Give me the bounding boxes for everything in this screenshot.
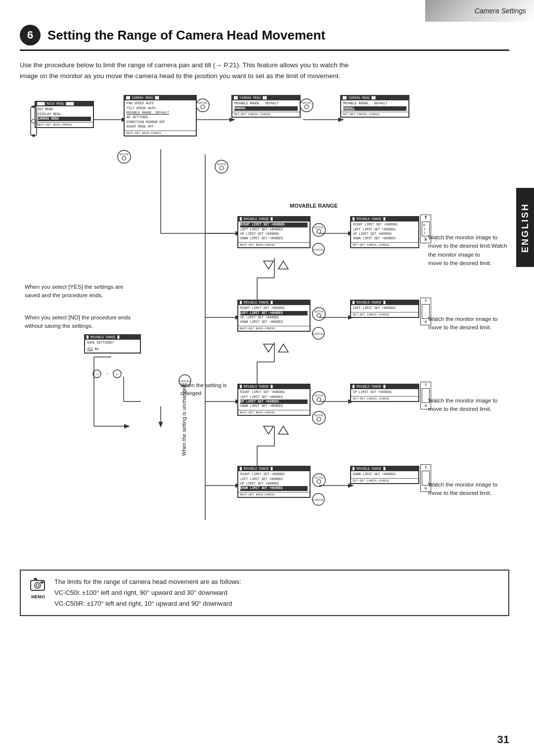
- svg-point-32: [32, 119, 36, 123]
- svg-point-49: [312, 308, 325, 320]
- svg-point-36: [300, 99, 313, 112]
- nav-up-2: [277, 343, 290, 355]
- svg-point-42: [312, 223, 325, 236]
- watch-text-3: Watch the monitor image tomove to the de…: [428, 397, 507, 414]
- svg-marker-47: [264, 261, 273, 269]
- controller-1: [27, 104, 41, 140]
- watch-text-1: Watch the monitor image to move to the d…: [428, 233, 507, 267]
- svg-point-44: [317, 229, 321, 233]
- svg-text:CANCEL: CANCEL: [313, 248, 324, 251]
- svg-text:◁: ◁: [96, 373, 98, 376]
- diagram-area: ████ MAIN MENU ████ SET MENU DISPLAY MEN…: [20, 90, 509, 575]
- svg-text:SET/OK: SET/OK: [198, 101, 208, 104]
- controller-setok-2: SET/OK: [299, 98, 314, 115]
- controller-setok-right: SET/OK: [312, 222, 326, 239]
- movable-range-label: MOVABLE RANGE: [290, 203, 338, 209]
- controller-setok-up: SET/OK: [312, 391, 326, 407]
- nav-down-1: [262, 260, 275, 272]
- svg-point-77: [122, 156, 126, 160]
- svg-marker-54: [264, 344, 273, 352]
- memo-icon-container: MEMO: [29, 577, 47, 599]
- controller-setok-down: SET/OK: [312, 473, 326, 489]
- screen-left-limit-main: █ MOVABLE RANGE █ RIGHT LIMIT SET +000DE…: [237, 300, 311, 332]
- page-title: Setting the Range of Camera Head Movemen…: [47, 28, 325, 43]
- svg-point-39: [215, 160, 228, 173]
- nav-down-3: [262, 425, 275, 437]
- controller-setok-left: SET/OK: [312, 307, 326, 323]
- memo-camera-icon: [29, 577, 47, 593]
- svg-text:▷: ▷: [116, 373, 119, 376]
- svg-point-79: [35, 582, 41, 588]
- main-content: 6 Setting the Range of Camera Head Movem…: [20, 25, 509, 616]
- controller-setok-1: SET/OK: [195, 98, 210, 115]
- controller-setok-flow: SET/OK: [214, 159, 229, 176]
- controller-setok-up-2: SET/OK: [312, 410, 326, 427]
- nav-up-1: [277, 260, 290, 272]
- controller-flow-top: SET/OK: [117, 149, 132, 166]
- nav-up-3: [277, 425, 290, 437]
- svg-text:SET/OK: SET/OK: [314, 414, 324, 417]
- svg-text:SET/OK: SET/OK: [302, 101, 312, 104]
- diagram-svg: [20, 90, 509, 575]
- svg-point-38: [305, 105, 309, 109]
- page-number: 31: [497, 733, 509, 746]
- when-unchanged-label: When the setting is unchanged: [181, 159, 187, 456]
- screen-down-limit-main: █ MOVABLE RANGE █ RIGHT LIMIT SET +000DE…: [237, 466, 311, 498]
- svg-point-33: [196, 99, 209, 112]
- svg-point-41: [220, 166, 223, 170]
- svg-rect-81: [41, 581, 44, 583]
- screen-main-menu: ████ MAIN MENU ████ SET MENU DISPLAY MEN…: [35, 101, 94, 128]
- english-tab: ENGLISH: [516, 188, 534, 267]
- screen-left-limit-camera: █ MOVABLE RANGE █ LEFT LIMIT SET +000DEG…: [350, 300, 419, 317]
- svg-text:SET/OK: SET/OK: [314, 310, 324, 313]
- svg-point-56: [312, 392, 325, 404]
- watch-text-2: Watch the monitor image tomove to the de…: [428, 315, 507, 332]
- screen-right-limit-main: █ MOVABLE RANGE █ RIGHT LIMIT SET +000DE…: [237, 216, 311, 248]
- screen-up-limit-main: █ MOVABLE RANGE █ RIGHT LIMIT SET +000DE…: [237, 384, 311, 416]
- title-section: 6 Setting the Range of Camera Head Movem…: [20, 25, 509, 51]
- svg-point-61: [317, 417, 321, 421]
- cancel-down: CANCEL: [312, 492, 325, 508]
- svg-text:SET/OK: SET/OK: [314, 394, 324, 397]
- memo-label: MEMO: [31, 594, 45, 599]
- svg-text:SET/OK: SET/OK: [314, 226, 324, 229]
- screen-down-limit-camera: █ MOVABLE RANGE █ DOWN LIMIT SET +000DEG…: [350, 466, 419, 484]
- when-changed-label: When the setting ischanged: [180, 382, 227, 397]
- screen-camera-menu-1: ██ CAMERA MENU ██ PAN SPEED AUTO TILT SP…: [124, 95, 197, 136]
- watch-text-4: Watch the monitor image tomove to the de…: [428, 481, 507, 498]
- cancel-left: CANCEL: [312, 326, 325, 342]
- cancel-right: CANCEL: [312, 242, 325, 258]
- screen-movable-default-2: ██ CAMERA MENU ██ MOVABLE RANGE.. DEFAUL…: [340, 95, 409, 118]
- svg-marker-63: [278, 426, 288, 434]
- memo-line-3: VC-C50iR: ±170° left and right, 10° upwa…: [54, 598, 241, 609]
- svg-point-75: [118, 150, 131, 163]
- svg-point-58: [317, 398, 321, 401]
- memo-section: MEMO The limits for the range of camera …: [20, 570, 509, 616]
- svg-point-35: [201, 105, 205, 109]
- svg-point-51: [317, 313, 321, 317]
- no-explanation: When you select [NO] the procedure ends …: [25, 313, 131, 331]
- svg-text:SET/OK: SET/OK: [120, 153, 129, 156]
- screen-movable-default: ██ CAMERA MENU ██ MOVABLE RANGE.. DEFAUL…: [231, 95, 301, 118]
- header: Camera Settings: [425, 0, 534, 22]
- svg-marker-62: [264, 426, 273, 434]
- yes-no-arrows: ◁ → ▷: [92, 369, 122, 379]
- svg-text:CANCEL: CANCEL: [313, 498, 324, 501]
- memo-text-block: The limits for the range of camera head …: [54, 577, 241, 609]
- header-title: Camera Settings: [475, 7, 526, 15]
- svg-text:SET/OK: SET/OK: [314, 476, 324, 479]
- memo-line-2: VC-C50i: ±100° left and right, 90° upwar…: [54, 587, 241, 598]
- svg-marker-55: [278, 344, 288, 352]
- yes-explanation: When you select [YES] the settings are s…: [25, 283, 131, 300]
- svg-point-64: [312, 474, 325, 487]
- svg-point-59: [312, 411, 325, 424]
- svg-text:CANCEL: CANCEL: [313, 332, 324, 335]
- screen-save-settings: █ MOVABLE RANGE █ SAVE SETTINGS? YES NO: [84, 334, 141, 354]
- memo-line-1: The limits for the range of camera head …: [54, 577, 241, 587]
- svg-text:SET/OK: SET/OK: [217, 163, 226, 166]
- screen-up-limit-camera: █ MOVABLE RANGE █ UP LIMIT SET +000DEG S…: [350, 384, 419, 401]
- svg-point-82: [36, 584, 39, 587]
- nav-down-2: [262, 343, 275, 355]
- intro-paragraph: Use the procedure below to limit the ran…: [20, 60, 366, 81]
- title-number: 6: [20, 25, 41, 45]
